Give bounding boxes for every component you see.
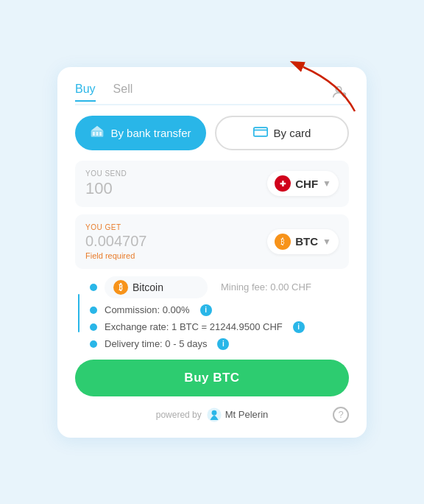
bitcoin-row: ₿ Bitcoin Mining fee: 0.00 CHF bbox=[90, 276, 349, 298]
tab-sell[interactable]: Sell bbox=[113, 83, 133, 102]
get-label: YOU GET bbox=[85, 223, 146, 231]
send-currency-chevron: ▼ bbox=[322, 178, 331, 189]
timeline-line bbox=[78, 294, 80, 332]
details-section: ₿ Bitcoin Mining fee: 0.00 CHF Commissio… bbox=[75, 276, 349, 350]
buy-btc-button[interactable]: Buy BTC bbox=[75, 360, 349, 396]
pelerin-icon bbox=[206, 407, 222, 423]
footer: powered by Mt Pelerin ? bbox=[75, 407, 349, 423]
field-required-text: Field required bbox=[85, 251, 146, 260]
mining-fee: Mining fee: 0.00 CHF bbox=[221, 281, 311, 293]
powered-by-text: powered by bbox=[156, 410, 202, 420]
svg-point-12 bbox=[211, 410, 216, 415]
exchange-rate-text: Exchange rate: 1 BTC = 21244.9500 CHF bbox=[105, 321, 283, 332]
bank-transfer-label: By bank transfer bbox=[110, 127, 191, 139]
bank-transfer-button[interactable]: By bank transfer bbox=[75, 116, 206, 150]
exchange-rate-row: Exchange rate: 1 BTC = 21244.9500 CHF i bbox=[90, 321, 349, 333]
delivery-time-text: Delivery time: 0 - 5 days bbox=[105, 338, 207, 349]
pelerin-name: Mt Pelerin bbox=[225, 409, 269, 420]
send-currency-code: CHF bbox=[295, 178, 318, 190]
chf-flag-icon: ✚ bbox=[275, 175, 291, 192]
get-currency-chevron: ▼ bbox=[322, 237, 331, 247]
main-card: Buy Sell By bank t bbox=[57, 67, 367, 438]
get-input-area[interactable]: YOU GET 0.004707 Field required bbox=[85, 223, 146, 260]
commission-info-icon[interactable]: i bbox=[200, 304, 212, 316]
btc-flag-icon: ₿ bbox=[275, 234, 291, 250]
delivery-time-info-icon[interactable]: i bbox=[217, 338, 229, 350]
tab-divider bbox=[75, 104, 349, 105]
tabs: Buy Sell bbox=[75, 83, 132, 102]
send-group: YOU SEND 100 ✚ CHF ▼ bbox=[75, 161, 349, 207]
bank-icon bbox=[90, 125, 105, 141]
send-input-area[interactable]: YOU SEND 100 bbox=[85, 169, 127, 198]
timeline-dot-2 bbox=[90, 307, 97, 314]
pelerin-logo[interactable]: Mt Pelerin bbox=[206, 407, 269, 423]
send-currency-select[interactable]: ✚ CHF ▼ bbox=[267, 171, 339, 196]
svg-point-1 bbox=[336, 86, 341, 91]
timeline-dot-3 bbox=[90, 323, 97, 331]
exchange-rate-info-icon[interactable]: i bbox=[293, 321, 305, 333]
user-icon[interactable] bbox=[328, 82, 349, 102]
svg-rect-2 bbox=[342, 92, 347, 96]
get-currency-code: BTC bbox=[295, 235, 318, 248]
header: Buy Sell bbox=[75, 82, 349, 102]
crypto-name: Bitcoin bbox=[132, 281, 163, 293]
svg-rect-6 bbox=[93, 132, 96, 136]
timeline-dot-4 bbox=[90, 340, 97, 348]
commission-text: Commission: 0.00% bbox=[105, 304, 190, 315]
card-button[interactable]: By card bbox=[215, 116, 349, 150]
btc-chip-icon: ₿ bbox=[113, 280, 128, 295]
svg-rect-8 bbox=[100, 132, 102, 136]
get-currency-select[interactable]: ₿ BTC ▼ bbox=[267, 229, 339, 254]
svg-rect-9 bbox=[253, 127, 266, 136]
send-value[interactable]: 100 bbox=[85, 179, 127, 198]
get-group: YOU GET 0.004707 Field required ₿ BTC ▼ bbox=[75, 214, 349, 269]
tab-buy[interactable]: Buy bbox=[75, 83, 96, 102]
commission-row: Commission: 0.00% i bbox=[90, 304, 349, 316]
svg-rect-7 bbox=[96, 132, 99, 136]
payment-buttons: By bank transfer By card bbox=[75, 116, 349, 150]
send-label: YOU SEND bbox=[85, 169, 127, 178]
delivery-time-row: Delivery time: 0 - 5 days i bbox=[90, 338, 349, 350]
card-icon bbox=[253, 127, 268, 139]
help-icon[interactable]: ? bbox=[333, 407, 349, 423]
get-value[interactable]: 0.004707 bbox=[85, 233, 146, 250]
timeline-dot-1 bbox=[90, 284, 97, 291]
card-label: By card bbox=[274, 127, 311, 139]
crypto-chip[interactable]: ₿ Bitcoin bbox=[105, 276, 208, 298]
svg-marker-5 bbox=[91, 125, 104, 130]
